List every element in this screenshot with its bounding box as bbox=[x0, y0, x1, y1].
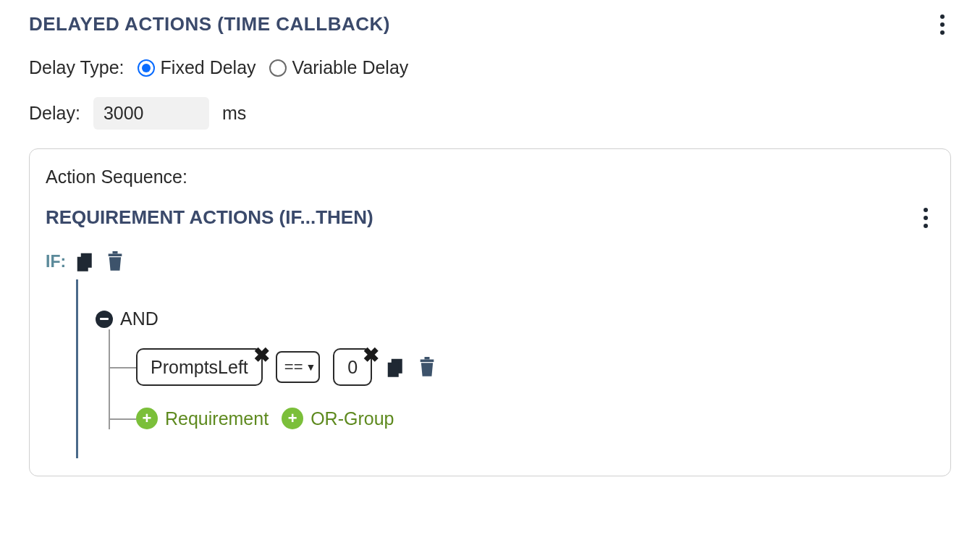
condition-variable-chip[interactable]: PromptsLeft bbox=[136, 348, 263, 386]
copy-condition-button[interactable] bbox=[385, 356, 407, 378]
collapse-and-button[interactable] bbox=[96, 311, 113, 328]
svg-rect-1 bbox=[77, 257, 88, 271]
radio-icon bbox=[138, 59, 155, 77]
svg-rect-5 bbox=[388, 363, 399, 377]
svg-rect-7 bbox=[425, 357, 430, 360]
delay-unit: ms bbox=[222, 103, 246, 124]
action-sequence-label: Action Sequence: bbox=[46, 167, 934, 188]
radio-icon bbox=[269, 59, 287, 77]
svg-rect-2 bbox=[109, 254, 122, 257]
add-requirement-label: Requirement bbox=[165, 408, 269, 429]
action-sequence-panel: Action Sequence: REQUIREMENT ACTIONS (IF… bbox=[29, 148, 951, 476]
delete-condition-button[interactable] bbox=[417, 356, 437, 378]
delay-type-label: Delay Type: bbox=[29, 57, 124, 78]
chevron-down-icon: ▼ bbox=[305, 361, 316, 373]
condition-operator-value: == bbox=[284, 358, 303, 376]
radio-fixed-delay[interactable]: Fixed Delay bbox=[138, 57, 256, 78]
radio-fixed-delay-label: Fixed Delay bbox=[161, 57, 256, 78]
plus-icon: + bbox=[136, 408, 158, 429]
add-or-group-button[interactable]: + OR-Group bbox=[282, 408, 394, 429]
logic-operator-label: AND bbox=[120, 308, 159, 329]
trash-icon bbox=[417, 356, 437, 378]
condition-operator-select[interactable]: == ▼ bbox=[276, 351, 321, 383]
copy-if-button[interactable] bbox=[75, 250, 96, 272]
section-title-delayed-actions: DELAYED ACTIONS (TIME CALLBACK) bbox=[29, 13, 390, 35]
if-label: IF: bbox=[46, 252, 66, 271]
remove-variable-button[interactable]: ✖ bbox=[253, 345, 270, 366]
condition-tree: AND PromptsLeft ✖ == ▼ 0 ✖ bbox=[76, 279, 934, 458]
delete-if-button[interactable] bbox=[105, 250, 125, 272]
radio-variable-delay[interactable]: Variable Delay bbox=[269, 57, 409, 78]
condition-row: PromptsLeft ✖ == ▼ 0 ✖ bbox=[136, 351, 934, 383]
delay-label: Delay: bbox=[29, 103, 80, 124]
add-or-group-label: OR-Group bbox=[311, 408, 394, 429]
more-menu-button[interactable] bbox=[934, 14, 951, 35]
add-requirement-button[interactable]: + Requirement bbox=[136, 408, 269, 429]
trash-icon bbox=[105, 250, 125, 272]
copy-icon bbox=[75, 250, 96, 272]
copy-icon bbox=[385, 356, 407, 378]
svg-rect-6 bbox=[421, 360, 434, 363]
svg-rect-3 bbox=[113, 251, 118, 254]
section-title-requirement-actions: REQUIREMENT ACTIONS (IF...THEN) bbox=[46, 206, 373, 229]
radio-variable-delay-label: Variable Delay bbox=[292, 57, 409, 78]
remove-value-button[interactable]: ✖ bbox=[363, 345, 379, 366]
plus-icon: + bbox=[282, 408, 303, 429]
delay-input[interactable] bbox=[93, 97, 209, 130]
requirement-more-menu-button[interactable] bbox=[917, 207, 934, 229]
